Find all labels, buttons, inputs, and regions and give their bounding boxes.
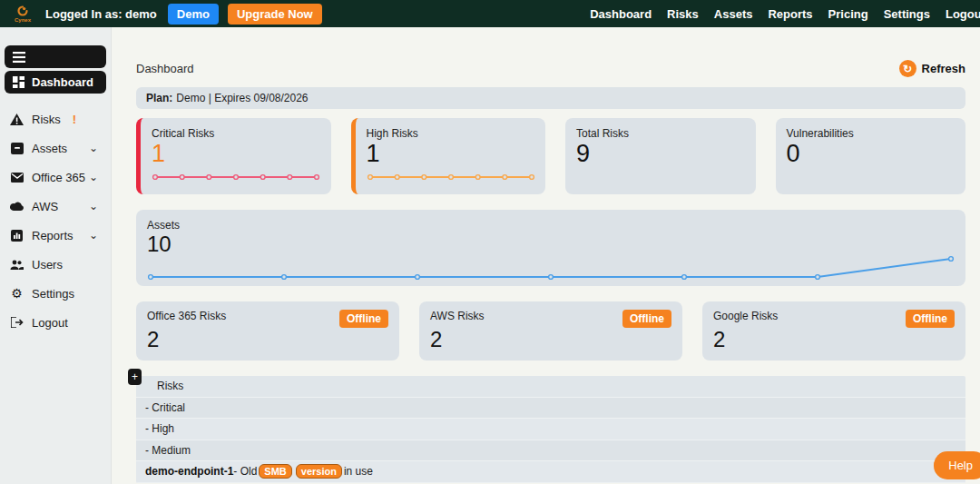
- sidebar-item-assets[interactable]: Assets ⌄: [0, 133, 111, 163]
- risks-table-section: + Risks - Critical - High - Medium demo-…: [136, 376, 965, 483]
- critical-risks-card[interactable]: Critical Risks 1: [136, 118, 331, 194]
- bar-chart-icon: [10, 230, 24, 242]
- envelope-icon: [10, 173, 24, 183]
- sidebar-item-logout[interactable]: Logout: [0, 308, 111, 337]
- sidebar-item-label: Logout: [32, 316, 68, 330]
- add-risk-button[interactable]: +: [128, 369, 142, 385]
- high-risks-card[interactable]: High Risks 1: [351, 118, 546, 194]
- risk-tag-smb[interactable]: SMB: [259, 464, 291, 479]
- risks-table: Risks - Critical - High - Medium demo-en…: [136, 376, 965, 483]
- sidebar-item-users[interactable]: Users: [0, 250, 111, 279]
- table-row-critical[interactable]: - Critical: [136, 398, 965, 420]
- refresh-icon: ↻: [899, 60, 916, 77]
- offline-badge[interactable]: Offline: [622, 310, 671, 328]
- assets-sparkline: [147, 255, 955, 281]
- card-value: 1: [152, 140, 320, 167]
- logo-text: Cynex: [15, 17, 31, 23]
- app-logo[interactable]: Cynex: [7, 5, 38, 23]
- sidebar-item-label: Risks: [32, 113, 61, 126]
- demo-button[interactable]: Demo: [168, 4, 219, 25]
- sidebar-item-label: Settings: [32, 287, 74, 301]
- card-label: AWS Risks: [430, 310, 485, 322]
- warning-triangle-icon: [10, 114, 24, 125]
- plan-label: Plan:: [146, 92, 172, 104]
- top-navbar: Cynex Logged In as: demo Demo Upgrade No…: [0, 0, 980, 27]
- risks-alert-mark: !: [73, 113, 76, 126]
- dashboard-page: Cynex Logged In as: demo Demo Upgrade No…: [0, 0, 980, 484]
- high-sparkline: [367, 169, 535, 185]
- logged-in-label: Logged In as: demo: [45, 7, 157, 21]
- archive-box-icon: [10, 143, 24, 154]
- assets-card[interactable]: Assets 10: [136, 210, 965, 286]
- sidebar-item-label: Users: [32, 258, 63, 272]
- offline-badge[interactable]: Offline: [906, 310, 955, 328]
- sidebar-item-settings[interactable]: ⚙ Settings: [0, 279, 111, 308]
- cloud-icon: [10, 202, 24, 211]
- sidebar-item-aws[interactable]: AWS ⌄: [0, 192, 111, 221]
- card-label: Office 365 Risks: [147, 310, 226, 322]
- card-value: 2: [713, 328, 955, 351]
- nav-link-risks[interactable]: Risks: [667, 7, 699, 21]
- upgrade-now-button[interactable]: Upgrade Now: [228, 4, 322, 25]
- nav-link-settings[interactable]: Settings: [884, 7, 930, 21]
- nav-link-assets[interactable]: Assets: [714, 7, 753, 21]
- card-label: High Risks: [367, 127, 535, 140]
- sidebar-item-label: Office 365: [32, 171, 85, 184]
- sidebar: Dashboard Risks ! Assets ⌄: [0, 27, 112, 484]
- main-content: Dashboard ↻ Refresh Plan: Demo | Expires…: [113, 27, 980, 484]
- card-value: 2: [430, 328, 671, 351]
- card-label: Vulnerabilities: [787, 127, 956, 140]
- table-row-high[interactable]: - High: [136, 419, 965, 440]
- chevron-down-icon: ⌄: [89, 200, 98, 212]
- vulnerabilities-card[interactable]: Vulnerabilities 0: [776, 118, 966, 194]
- risk-text-suffix: in use: [344, 465, 373, 478]
- nav-link-logout[interactable]: Logout: [946, 7, 980, 21]
- help-button[interactable]: Help: [934, 451, 980, 479]
- risk-text-prefix: - Old: [233, 465, 257, 478]
- dashboard-grid-icon: [13, 76, 24, 88]
- plan-banner: Plan: Demo | Expires 09/08/2026: [136, 87, 965, 109]
- sidebar-item-risks[interactable]: Risks !: [0, 104, 111, 133]
- logo-swirl-icon: [16, 5, 29, 17]
- total-risks-card[interactable]: Total Risks 9: [565, 118, 756, 194]
- refresh-label: Refresh: [922, 62, 965, 75]
- header-row: Dashboard ↻ Refresh: [136, 60, 965, 77]
- card-value: 10: [147, 232, 955, 256]
- card-value: 9: [576, 140, 745, 167]
- nav-link-pricing[interactable]: Pricing: [828, 7, 868, 21]
- sidebar-item-office365[interactable]: Office 365 ⌄: [0, 163, 111, 192]
- sidebar-item-label: Assets: [32, 142, 67, 155]
- critical-sparkline: [152, 169, 320, 185]
- risks-table-header: Risks: [136, 376, 965, 398]
- card-label: Google Risks: [713, 310, 778, 322]
- sidebar-item-reports[interactable]: Reports ⌄: [0, 221, 111, 250]
- nav-link-reports[interactable]: Reports: [768, 7, 812, 21]
- logout-icon: [10, 317, 24, 328]
- sidebar-item-label: AWS: [32, 200, 58, 213]
- risk-tag-version[interactable]: version: [296, 464, 342, 479]
- table-row-risk-detail[interactable]: demo-endpoint-1 - Old SMB version in use: [136, 461, 965, 483]
- card-value: 0: [787, 140, 956, 167]
- sidebar-item-label: Reports: [32, 229, 74, 242]
- hamburger-icon: [13, 52, 25, 63]
- sidebar-menu: Risks ! Assets ⌄ Office 365 ⌄: [0, 104, 111, 337]
- sidebar-toggle-button[interactable]: [5, 45, 106, 68]
- plan-value: Demo | Expires 09/08/2026: [176, 92, 308, 104]
- sidebar-item-label: Dashboard: [32, 75, 93, 89]
- offline-badge[interactable]: Offline: [339, 310, 388, 328]
- google-risks-card[interactable]: Google Risks Offline 2: [702, 301, 965, 361]
- nav-link-dashboard[interactable]: Dashboard: [590, 7, 652, 21]
- chevron-down-icon: ⌄: [89, 142, 98, 154]
- aws-risks-card[interactable]: AWS Risks Offline 2: [419, 301, 682, 361]
- sidebar-item-dashboard[interactable]: Dashboard: [5, 71, 106, 94]
- refresh-button[interactable]: ↻ Refresh: [899, 60, 965, 77]
- card-value: 2: [147, 328, 388, 351]
- top-nav-links: Dashboard Risks Assets Reports Pricing S…: [590, 0, 980, 27]
- table-row-medium[interactable]: - Medium: [136, 440, 965, 462]
- office365-risks-card[interactable]: Office 365 Risks Offline 2: [136, 301, 399, 361]
- card-label: Total Risks: [576, 127, 745, 140]
- stat-card-row: Critical Risks 1 High Risks 1 Total Risk…: [136, 118, 965, 194]
- users-icon: [10, 260, 24, 270]
- endpoint-name: demo-endpoint-1: [145, 465, 233, 478]
- breadcrumb[interactable]: Dashboard: [136, 62, 194, 75]
